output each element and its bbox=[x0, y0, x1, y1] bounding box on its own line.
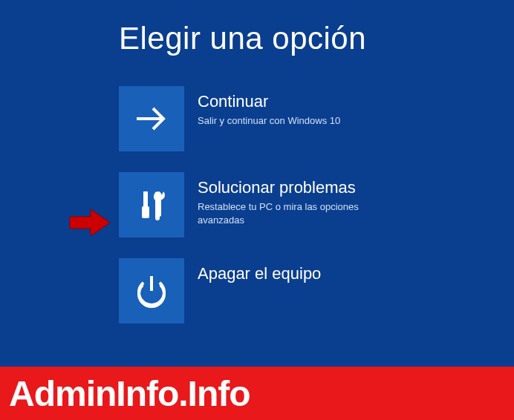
option-text: Solucionar problemas Restablece tu PC o … bbox=[198, 172, 376, 227]
option-text: Continuar Salir y continuar con Windows … bbox=[198, 86, 340, 128]
svg-rect-1 bbox=[142, 206, 149, 218]
power-icon bbox=[119, 258, 184, 324]
recovery-options-screen: Elegir una opción Continuar Salir y cont… bbox=[0, 0, 514, 324]
svg-rect-0 bbox=[143, 191, 148, 206]
red-arrow-annotation bbox=[68, 208, 113, 237]
svg-rect-2 bbox=[157, 199, 161, 217]
watermark-banner: AdminInfo.Info bbox=[0, 367, 514, 420]
watermark-text: AdminInfo.Info bbox=[9, 373, 250, 414]
page-title: Elegir una opción bbox=[119, 21, 514, 56]
option-desc: Restablece tu PC o mira las opciones ava… bbox=[198, 200, 376, 227]
option-troubleshoot[interactable]: Solucionar problemas Restablece tu PC o … bbox=[119, 172, 514, 237]
tools-icon bbox=[119, 172, 184, 237]
option-title: Solucionar problemas bbox=[198, 178, 376, 197]
option-desc: Salir y continuar con Windows 10 bbox=[198, 114, 340, 128]
option-title: Continuar bbox=[198, 92, 340, 111]
option-title: Apagar el equipo bbox=[198, 264, 321, 283]
option-continue[interactable]: Continuar Salir y continuar con Windows … bbox=[119, 86, 514, 151]
option-text: Apagar el equipo bbox=[198, 258, 321, 286]
option-shutdown[interactable]: Apagar el equipo bbox=[119, 258, 514, 324]
arrow-right-icon bbox=[119, 86, 184, 151]
